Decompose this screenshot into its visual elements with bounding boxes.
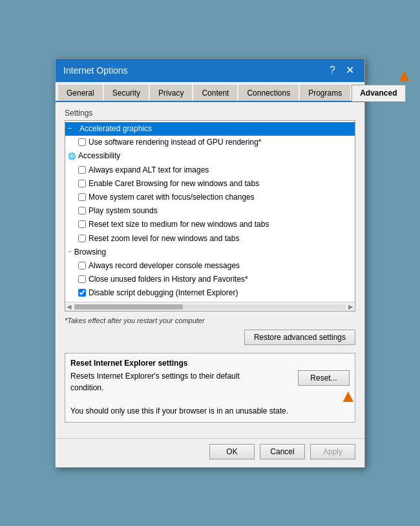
footnote: *Takes effect after you restart your com…	[65, 317, 355, 324]
item-label: Reset zoom level for new windows and tab…	[89, 233, 239, 245]
tab-advanced-wrapper: Advanced ▼	[352, 85, 406, 101]
checkbox-script-ie[interactable]	[78, 289, 86, 297]
reset-arrow-icon: ▲	[339, 386, 357, 406]
checkbox-folders[interactable]	[78, 275, 86, 283]
restore-btn-row: Restore advanced settings	[65, 330, 355, 345]
tab-security[interactable]: Security	[104, 85, 149, 101]
item-label: Always expand ALT text for images	[89, 164, 209, 176]
list-item[interactable]: Close unused folders in History and Favo…	[65, 273, 355, 286]
checkbox-zoom[interactable]	[78, 235, 86, 242]
reset-description: Resets Internet Explorer's settings to t…	[70, 370, 291, 417]
horizontal-scrollbar[interactable]: ◀ ▶	[65, 302, 355, 311]
item-label: Disable script debugging (Internet Explo…	[89, 287, 238, 299]
reset-text-line3: You should only use this if your browser…	[70, 406, 288, 416]
scroll-track[interactable]	[74, 304, 346, 310]
checkbox-devconsole[interactable]	[78, 262, 86, 269]
collapse-icon2: −	[68, 247, 72, 257]
item-label: Accelerated graphics	[79, 123, 152, 135]
list-item[interactable]: − Accelerated graphics	[65, 122, 355, 136]
list-item[interactable]: Always expand ALT text for images	[65, 163, 355, 177]
dialog-content: Settings − Accelerated graphics Use soft…	[56, 102, 364, 438]
restore-advanced-button[interactable]: Restore advanced settings	[244, 330, 355, 345]
list-item[interactable]: Move system caret with focus/selection c…	[65, 191, 355, 204]
tab-general[interactable]: General	[58, 85, 103, 101]
category-label: Browsing	[74, 246, 106, 258]
title-bar: Internet Options ? ✕	[56, 59, 364, 82]
checkbox-caret[interactable]	[78, 180, 86, 187]
settings-group: − Accelerated graphics Use software rend…	[65, 120, 355, 311]
settings-label: Settings	[65, 109, 355, 118]
list-item[interactable]: Play system sounds	[65, 204, 355, 218]
item-label: Use software rendering instead of GPU re…	[89, 136, 261, 149]
list-item[interactable]: Always record developer console messages	[65, 259, 355, 273]
globe-icon: 🌐	[68, 151, 76, 162]
collapse-icon: −	[68, 123, 77, 134]
tab-connections[interactable]: Connections	[238, 85, 299, 101]
reset-section-body: Resets Internet Explorer's settings to t…	[70, 370, 350, 417]
reset-section-title: Reset Internet Explorer settings	[70, 359, 350, 368]
scroll-thumb[interactable]	[74, 304, 183, 310]
reset-text-line1: Resets Internet Explorer's settings to t…	[70, 372, 240, 381]
apply-button[interactable]: Apply	[310, 444, 355, 459]
tab-content[interactable]: Content	[193, 85, 237, 101]
title-controls: ? ✕	[327, 64, 357, 77]
list-item[interactable]: Reset text size to medium for new window…	[65, 218, 355, 231]
ok-button[interactable]: OK	[209, 444, 255, 459]
bottom-buttons: OK Cancel Apply	[56, 438, 364, 467]
tab-programs[interactable]: Programs	[300, 85, 350, 101]
checkbox-sounds[interactable]	[78, 207, 86, 215]
item-label: Always record developer console messages	[89, 260, 240, 272]
tab-bar: General Security Privacy Content Connect…	[56, 82, 364, 102]
item-label: Enable Caret Browsing for new windows an…	[89, 178, 259, 190]
list-item[interactable]: Reset zoom level for new windows and tab…	[65, 232, 355, 246]
item-label: Move system caret with focus/selection c…	[89, 191, 255, 204]
help-button[interactable]: ?	[327, 64, 338, 77]
checkbox-textsize[interactable]	[78, 220, 86, 228]
list-item[interactable]: Enable Caret Browsing for new windows an…	[65, 177, 355, 191]
tab-advanced[interactable]: Advanced	[352, 85, 405, 101]
checkbox-gpu[interactable]	[78, 138, 86, 146]
item-label: Play system sounds	[89, 205, 158, 217]
reset-button[interactable]: Reset...	[298, 370, 350, 386]
settings-list[interactable]: − Accelerated graphics Use software rend…	[65, 121, 355, 302]
checkbox-alt[interactable]	[78, 166, 86, 174]
checkbox-caret-focus[interactable]	[78, 193, 86, 201]
category-accessibility: 🌐 Accessibility	[65, 149, 355, 163]
reset-btn-wrapper: Reset... ▲	[298, 370, 350, 386]
close-button[interactable]: ✕	[343, 64, 357, 77]
list-item[interactable]: Disable script debugging (Internet Explo…	[65, 286, 355, 300]
category-label: Accessibility	[78, 150, 120, 162]
cancel-button[interactable]: Cancel	[260, 444, 305, 459]
item-label: Reset text size to medium for new window…	[89, 218, 269, 231]
dialog-title: Internet Options	[63, 65, 128, 76]
list-item[interactable]: Use software rendering instead of GPU re…	[65, 136, 355, 149]
item-label: Close unused folders in History and Favo…	[89, 273, 248, 286]
tab-privacy[interactable]: Privacy	[150, 85, 192, 101]
reset-section: Reset Internet Explorer settings Resets …	[65, 353, 355, 423]
item-label: Disable script debugging (Other)	[89, 300, 200, 302]
reset-text-line2: condition.	[70, 383, 103, 392]
category-browsing: − Browsing	[65, 246, 355, 259]
internet-options-dialog: Internet Options ? ✕ General Security Pr…	[55, 58, 365, 468]
